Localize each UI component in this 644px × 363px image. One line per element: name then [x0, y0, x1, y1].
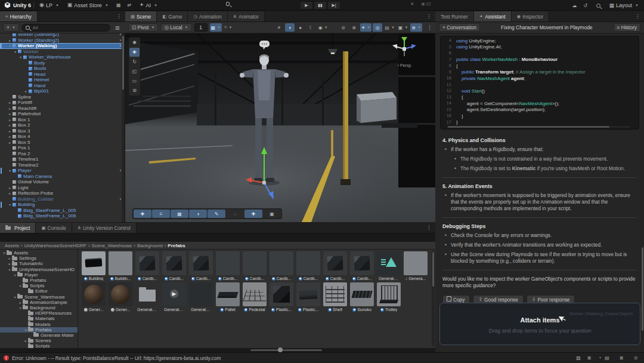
hierarchy-item-pos-2[interactable]: Pos 2	[0, 151, 125, 157]
account-menu[interactable]: ◉LP▼	[36, 1, 62, 10]
asset-item-cardb[interactable]: Cardb...	[242, 251, 267, 281]
scale-tool-icon[interactable]: ◱	[129, 67, 140, 76]
expand-arrow[interactable]: ▸	[23, 89, 29, 93]
asset-item-cardb[interactable]: Cardb...	[296, 251, 321, 281]
list-overlay-icon[interactable]: ≡	[152, 210, 170, 218]
code-hscrollbar[interactable]	[447, 126, 630, 128]
expand-arrow[interactable]: ▾	[7, 44, 13, 48]
hierarchy-scrollbar[interactable]	[122, 33, 125, 222]
prefab-open-arrow-icon[interactable]: ›	[120, 44, 121, 48]
hierarchy-item-reflection-probe[interactable]: ▸Reflection Probe	[0, 190, 125, 196]
hierarchy-item-building-collider[interactable]: Building_Collider›	[0, 196, 125, 202]
asset-item-generate[interactable]: Generate ...	[162, 282, 187, 312]
wireframe-mode-icon[interactable]: ●	[296, 23, 305, 32]
project-folder-scripts[interactable]: ▾Scripts	[0, 283, 78, 288]
breadcrumb-item-assets[interactable]: Assets	[5, 243, 19, 248]
scene-picker-icon[interactable]: ▥	[113, 23, 122, 32]
asset-item-buildin[interactable]: Buildin...	[108, 251, 133, 281]
expand-arrow[interactable]: ▸	[7, 112, 13, 116]
move-tool-icon[interactable]: ✚	[129, 48, 140, 57]
send-icon[interactable]: ⊙	[631, 353, 640, 362]
hierarchy-item-player[interactable]: ▾Player›	[0, 168, 125, 174]
hierarchy-item-worker-standing2[interactable]: ▸Worker (Standing2)›	[0, 38, 125, 44]
hierarchy-item-pos-1[interactable]: Pos 1	[0, 145, 125, 151]
asset-item-plastic[interactable]: Plastic...	[269, 282, 294, 312]
cache-icon[interactable]: ▨	[574, 354, 583, 362]
project-folder-settings[interactable]: ▸Settings	[0, 256, 78, 261]
new-conversation-button[interactable]: +Conversation	[439, 23, 480, 32]
project-folder-hdrpresources[interactable]: HDRPResources	[0, 310, 78, 316]
scene-lighting-icon[interactable]: ☀	[274, 23, 284, 32]
expand-arrow[interactable]: ▾	[23, 328, 28, 332]
expand-arrow[interactable]: ▾	[18, 306, 23, 310]
tab-assistant[interactable]: ✦Assistant	[474, 11, 512, 21]
hierarchy-item-building[interactable]: ▾Building	[0, 202, 125, 208]
hierarchy-item-box-3[interactable]: ▸Box 3	[0, 128, 125, 134]
project-folder-background[interactable]: ▾Background	[0, 305, 78, 310]
scene-fx-moon-icon[interactable]: ☾	[306, 23, 316, 32]
asset-item-generate[interactable]: Generate ...	[376, 251, 401, 281]
asset-item-gener[interactable]: Gener...	[81, 282, 106, 312]
create-object-button[interactable]: +▼	[3, 23, 19, 32]
more-icon[interactable]: ⋮	[427, 25, 432, 30]
favorite-icon[interactable]: ★	[407, 0, 417, 8]
asset-item-building[interactable]: Building	[81, 251, 106, 281]
tab-unity-version-control[interactable]: ⋔Unity Version Control	[72, 222, 137, 233]
assistant-scrollbar[interactable]	[641, 35, 644, 351]
view-hand-tool-icon[interactable]: ✱	[129, 38, 140, 47]
expand-arrow[interactable]: ▸	[23, 339, 28, 343]
prefab-open-arrow-icon[interactable]: ›	[120, 33, 121, 36]
hierarchy-item-timeline1[interactable]: Timeline1	[0, 156, 125, 162]
sources-icon[interactable]: ▤	[602, 353, 612, 362]
projection-label[interactable]: ‹ Persp	[389, 63, 420, 67]
visibility-toggle-icon[interactable]: ◎	[373, 23, 382, 32]
grid-snap-toggle-icon[interactable]: ▦▼	[210, 23, 222, 32]
layout-menu[interactable]: ▦Layout▼	[606, 1, 642, 10]
expand-arrow[interactable]: ▸	[7, 186, 13, 190]
hierarchy-item-main-camera[interactable]: Main Camera	[0, 174, 125, 180]
asset-item-cardb[interactable]: Cardb...	[349, 251, 374, 281]
asset-item-cardb[interactable]: Cardb...	[188, 251, 213, 281]
project-folder-scripts[interactable]: Scripts	[0, 343, 78, 348]
expand-arrow[interactable]: ▾	[7, 267, 12, 272]
slider-knob[interactable]	[278, 347, 283, 352]
hierarchy-item-forklift[interactable]: ▸Forklift	[0, 100, 125, 106]
tab-animation[interactable]: ◷Animation	[188, 11, 227, 21]
breadcrumb-item-prefabs[interactable]: Prefabs	[168, 243, 185, 248]
package-manager-icon[interactable]: ▦	[114, 1, 123, 10]
tab-scene[interactable]: ▦Scene	[125, 11, 157, 21]
undo-history-icon[interactable]: ↺	[581, 1, 590, 10]
pivot-toggle[interactable]: ⊡Pivot▼	[128, 23, 158, 32]
rotate-tool-icon[interactable]: ↻	[129, 57, 140, 66]
project-folder-assets[interactable]: ▾Assets	[0, 250, 78, 256]
expand-arrow[interactable]: ▾	[13, 273, 17, 277]
audition-mute-icon[interactable]: ⊘	[339, 23, 348, 32]
asset-item-generate[interactable]: Generate ...	[135, 282, 160, 312]
prefab-open-arrow-icon[interactable]: ›	[120, 168, 121, 173]
more-icon[interactable]: ⋮	[426, 224, 432, 230]
hierarchy-item-light[interactable]: ▸Light	[0, 185, 125, 191]
more-icon[interactable]: ⋮	[635, 13, 640, 19]
cloud-icon[interactable]: ☁	[570, 1, 580, 10]
breadcrumb-item-background[interactable]: Background	[137, 243, 163, 248]
step-button[interactable]: ▶|	[327, 1, 340, 10]
scrollbar-thumb[interactable]	[432, 252, 434, 287]
handle-rotation-toggle[interactable]: ◎Local▼	[160, 23, 191, 32]
tab-console[interactable]: ▣Console	[36, 222, 72, 233]
particles-toggle-icon[interactable]: ✦▼	[360, 23, 372, 32]
hierarchy-item-boots[interactable]: Boots	[0, 66, 125, 72]
expand-arrow[interactable]: ▸	[7, 123, 13, 127]
expand-arrow[interactable]: ▸	[7, 118, 13, 122]
hierarchy-item-box-1[interactable]: ▸Box 1	[0, 117, 125, 123]
magnet-snap-icon[interactable]: ⌗▼	[223, 23, 233, 32]
history-button[interactable]: ≡History	[614, 23, 640, 32]
hierarchy-item-worker[interactable]: ▾Worker	[0, 49, 125, 55]
asset-item-shelf[interactable]: Shelf	[323, 282, 348, 312]
tab-hierarchy[interactable]: ≡Hierarchy	[0, 11, 38, 21]
project-folder-prefabs[interactable]: Prefabs	[0, 278, 78, 283]
expand-arrow[interactable]: ▸	[18, 300, 23, 304]
layers-icon[interactable]: ▤▼	[383, 23, 396, 32]
project-folder-scenes[interactable]: ▸Scenes	[0, 338, 78, 343]
hierarchy-item-worker-warehouse[interactable]: ▾Worker_Warehouse	[0, 54, 125, 60]
search-overlay-icon[interactable]: ◌	[226, 210, 244, 218]
